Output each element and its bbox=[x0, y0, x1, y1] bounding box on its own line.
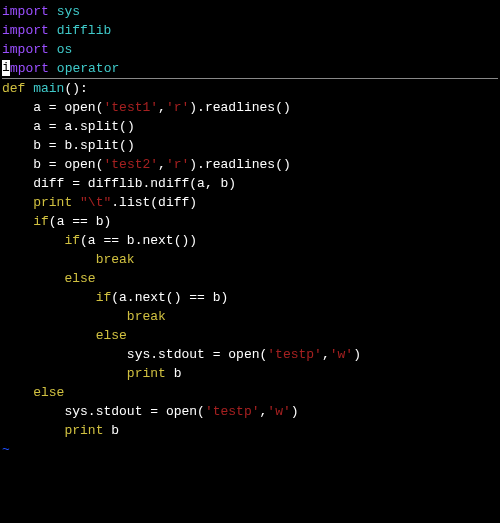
indent bbox=[2, 309, 127, 324]
paren: b) bbox=[205, 290, 228, 305]
indent bbox=[2, 423, 64, 438]
indent bbox=[2, 176, 33, 191]
keyword-if: if bbox=[33, 214, 49, 229]
code-line: b = open('test2','r').readlines() bbox=[2, 155, 498, 174]
string-literal: 'w' bbox=[267, 404, 290, 419]
parens: ()) bbox=[174, 233, 197, 248]
parens: () bbox=[275, 100, 291, 115]
identifier: a bbox=[33, 100, 49, 115]
paren: b) bbox=[88, 214, 111, 229]
builtin-open: open bbox=[64, 157, 95, 172]
code-editor[interactable]: import sys import difflib import os impo… bbox=[2, 2, 498, 459]
paren: (a. bbox=[111, 290, 134, 305]
keyword-print: print bbox=[64, 423, 103, 438]
indent bbox=[2, 100, 33, 115]
operator: = bbox=[49, 100, 57, 115]
code-line: sys.stdout = open('testp','w') bbox=[2, 402, 498, 421]
keyword-break: break bbox=[127, 309, 166, 324]
paren: (a bbox=[80, 233, 103, 248]
method-name: next bbox=[142, 233, 173, 248]
code-line: print b bbox=[2, 421, 498, 440]
keyword-def: def bbox=[2, 81, 25, 96]
operator: = bbox=[49, 157, 57, 172]
parens: (diff) bbox=[150, 195, 197, 210]
keyword-if: if bbox=[64, 233, 80, 248]
code-line: a = open('test1','r').readlines() bbox=[2, 98, 498, 117]
parens: (): bbox=[64, 81, 87, 96]
indent bbox=[2, 252, 96, 267]
operator: = bbox=[150, 404, 158, 419]
identifier: b bbox=[33, 138, 49, 153]
indent bbox=[2, 385, 33, 400]
comma: , bbox=[158, 157, 166, 172]
dot: . bbox=[111, 195, 119, 210]
code-line: if(a.next() == b) bbox=[2, 288, 498, 307]
operator: == bbox=[189, 290, 205, 305]
code-line: import operator bbox=[2, 59, 498, 78]
identifier: b bbox=[111, 423, 119, 438]
function-name: main bbox=[33, 81, 64, 96]
keyword-print: print bbox=[127, 366, 166, 381]
indent bbox=[2, 157, 33, 172]
code-line: else bbox=[2, 383, 498, 402]
paren: ). bbox=[189, 157, 205, 172]
identifier: b bbox=[174, 366, 182, 381]
code-line: else bbox=[2, 326, 498, 345]
space bbox=[72, 195, 80, 210]
parens: () bbox=[275, 157, 291, 172]
keyword-else: else bbox=[33, 385, 64, 400]
indent bbox=[2, 366, 127, 381]
code-line: import os bbox=[2, 40, 498, 59]
indent bbox=[2, 233, 64, 248]
parens: () bbox=[119, 119, 135, 134]
paren: ). bbox=[189, 100, 205, 115]
module-name: difflib bbox=[57, 23, 112, 38]
method-name: split bbox=[80, 138, 119, 153]
operator: = bbox=[49, 138, 57, 153]
identifier: a bbox=[33, 119, 49, 134]
code-line: print "\t".list(diff) bbox=[2, 193, 498, 212]
code-line: diff = difflib.ndiff(a, b) bbox=[2, 174, 498, 193]
comma: , bbox=[158, 100, 166, 115]
operator: == bbox=[72, 214, 88, 229]
space bbox=[158, 404, 166, 419]
tilde-icon: ~ bbox=[2, 442, 10, 457]
object-ref: sys.stdout bbox=[64, 404, 150, 419]
string-literal: 'test1' bbox=[103, 100, 158, 115]
indent bbox=[2, 214, 33, 229]
code-line: import difflib bbox=[2, 21, 498, 40]
paren: (a bbox=[49, 214, 72, 229]
string-literal: 'w' bbox=[330, 347, 353, 362]
indent bbox=[2, 271, 64, 286]
keyword-break: break bbox=[96, 252, 135, 267]
code-line: if(a == b.next()) bbox=[2, 231, 498, 250]
module-name: sys bbox=[57, 4, 80, 19]
paren: ( bbox=[197, 404, 205, 419]
indent bbox=[2, 347, 127, 362]
indent bbox=[2, 328, 96, 343]
keyword-import: mport bbox=[10, 61, 49, 76]
indent bbox=[2, 195, 33, 210]
operator: == bbox=[103, 233, 119, 248]
parens: () bbox=[119, 138, 135, 153]
paren: b. bbox=[119, 233, 142, 248]
code-line: print b bbox=[2, 364, 498, 383]
keyword-if: if bbox=[96, 290, 112, 305]
comma: , bbox=[322, 347, 330, 362]
keyword-import: import bbox=[2, 23, 49, 38]
builtin-open: open bbox=[228, 347, 259, 362]
text-cursor: i bbox=[2, 60, 10, 76]
keyword-import: import bbox=[2, 42, 49, 57]
paren: ) bbox=[291, 404, 299, 419]
string-literal: "\t" bbox=[80, 195, 111, 210]
code-line: def main(): bbox=[2, 79, 498, 98]
method-name: readlines bbox=[205, 157, 275, 172]
code-line: import sys bbox=[2, 2, 498, 21]
identifier: diff bbox=[33, 176, 72, 191]
method-name: readlines bbox=[205, 100, 275, 115]
identifier: b bbox=[33, 157, 49, 172]
object-ref: sys.stdout bbox=[127, 347, 213, 362]
indent bbox=[2, 138, 33, 153]
operator: = bbox=[72, 176, 80, 191]
code-line: break bbox=[2, 250, 498, 269]
